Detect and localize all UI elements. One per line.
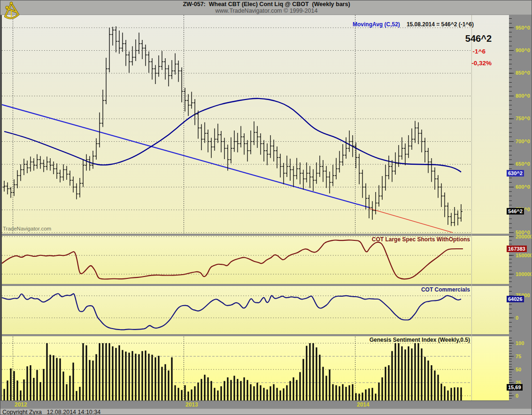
trade-navigator-sextant-logo-icon [1, 0, 21, 24]
status-bar-text: Copyright Zyxa 12.08.2014 14:10:34 [2, 409, 100, 415]
axis-tick-label: 100000 [516, 271, 532, 277]
year-label: 2013 [185, 401, 198, 408]
cot-shorts-value-badge: 167383 [507, 246, 527, 252]
axis-tick-label: 750^0 [516, 115, 530, 121]
axis-tick-label: 75 [516, 354, 521, 359]
cot-large-spec-shorts-axis-ticks [509, 237, 514, 282]
indicator-legend[interactable]: MovingAvg (C,52)15.08.2014 = 546^2 (-1^6… [347, 15, 474, 34]
time-axis[interactable]: 201220132014 [0, 401, 532, 408]
cot-commercials-axis-ticks [509, 287, 514, 331]
axis-tick-label: 150000 [516, 253, 532, 258]
axis-tick-label: 650^0 [516, 161, 530, 167]
chart-title: ZW-057: Wheat CBT (Elec) Cont Liq @ CBOT… [0, 1, 532, 8]
axis-tick-label: 800^0 [516, 93, 530, 99]
axis-tick-label: 600^0 [516, 184, 530, 190]
year-label: 2014 [357, 401, 370, 408]
chart-canvas[interactable] [0, 0, 509, 408]
last-price-badge: 546^2 [507, 208, 524, 215]
axis-tick-label: 900^0 [516, 47, 530, 53]
cot-comm-value-badge: 64026 [507, 296, 524, 302]
chart-titlebar: ZW-057: Wheat CBT (Elec) Cont Liq @ CBOT… [0, 0, 532, 15]
axis-tick-label: 850^0 [516, 70, 530, 76]
panel-title-sentiment-index: Genesis Sentiment Index (Weekly,0.5) [370, 337, 470, 343]
price-change-percent: -0,32% [471, 60, 492, 67]
axis-tick-label: 200000 [516, 234, 532, 239]
price-axis-ticks [509, 19, 514, 233]
panel-title-cot-commercials: COT Commercials [421, 286, 470, 293]
watermark-text: TradeNavigator.com [3, 226, 51, 231]
panel-backgrounds [0, 15, 509, 408]
chart-subtitle: www.TradeNavigator.com © 1999-2014 [0, 8, 532, 14]
status-bar: Copyright Zyxa 12.08.2014 14:10:34 [0, 408, 532, 415]
axis-tick-label: 0 [516, 315, 518, 321]
ma-value-badge: 630^2 [507, 170, 524, 177]
panel-title-cot-large-spec-shorts: COT Large Spec Shorts WithOptions [372, 236, 470, 243]
axis-tick-label: 50 [516, 367, 521, 372]
legend-indicator-name[interactable]: MovingAvg (C,52) [353, 21, 400, 28]
year-label: 2012 [15, 401, 27, 408]
axis-tick-label: 700^0 [516, 138, 530, 144]
legend-indicator-value: 15.08.2014 = 546^2 (-1^6) [407, 21, 474, 28]
sentiment-value-badge: 15,69 [507, 384, 523, 391]
axis-tick-label: 100 [516, 340, 524, 346]
axis-tick-label: 950^0 [516, 25, 530, 31]
last-price-value: 546^2 [465, 33, 492, 44]
axis-tick-label: 0 [516, 393, 518, 399]
trade-navigator-window: ZW-057: Wheat CBT (Elec) Cont Liq @ CBOT… [0, 0, 532, 415]
price-change-value: -1^6 [473, 48, 486, 55]
